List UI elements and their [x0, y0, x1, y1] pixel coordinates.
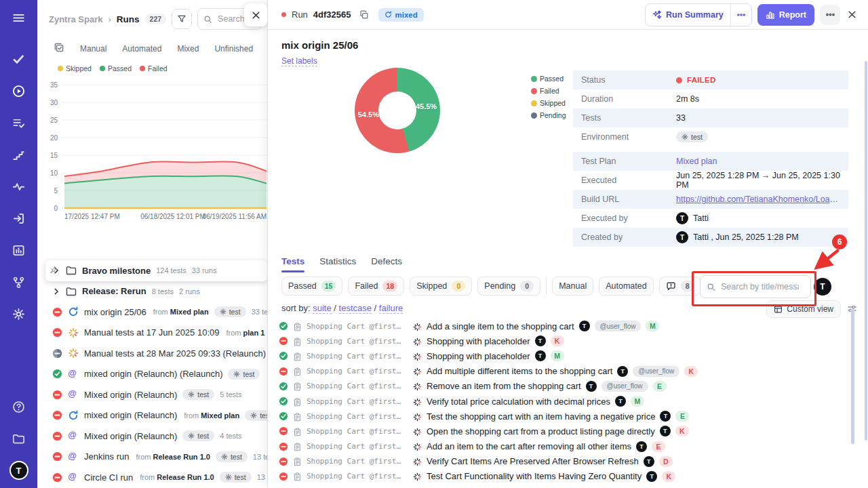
clipboard-icon: [293, 428, 302, 436]
test-row[interactable]: Shopping Cart @first…Add an item to the …: [279, 439, 852, 454]
filter-chip-comment-alert[interactable]: 8: [659, 277, 701, 296]
test-title: Test Cart Functionality with Items Havin…: [427, 471, 642, 481]
run-summary-button[interactable]: Run Summary: [646, 4, 730, 26]
user-avatar: T: [644, 456, 654, 467]
svg-text:0: 0: [54, 205, 58, 212]
sort-by-suite[interactable]: suite: [313, 303, 331, 314]
filter-chip-manual[interactable]: Manual: [552, 277, 593, 296]
test-row[interactable]: Shopping Cart @first…Verify total price …: [279, 394, 852, 409]
panel-close-button[interactable]: [244, 3, 267, 26]
test-row[interactable]: Shopping Cart @first…Add a single item t…: [279, 319, 852, 333]
panel-scrollbar[interactable]: [865, 61, 867, 441]
sidebar-item-settings[interactable]: [9, 304, 28, 323]
report-button[interactable]: Report: [757, 4, 814, 26]
gear-icon: [233, 371, 240, 378]
detail-value: 33: [676, 113, 686, 123]
sidebar-item-runs-play[interactable]: [9, 81, 28, 100]
filter-chip-skipped[interactable]: Skipped0: [410, 277, 472, 296]
sort-by-testcase[interactable]: testcase: [339, 303, 372, 314]
owner-chip: K: [551, 336, 564, 346]
user-avatar: T: [660, 426, 671, 436]
run-row[interactable]: @Mixed origin (Relaunch)test5 tests: [37, 384, 267, 405]
chevron-right-icon[interactable]: [52, 287, 60, 296]
donut-legend-pending: Pending: [531, 111, 566, 119]
run-row[interactable]: Manual tests at 28 Mar 2025 09:33 (Relau…: [37, 343, 267, 364]
runs-tab-unfinished[interactable]: Unfinished: [214, 44, 253, 54]
sidebar-item-projects[interactable]: [9, 429, 28, 448]
more-actions-button[interactable]: [820, 5, 840, 25]
owner-chip: E: [653, 381, 667, 392]
detail-value: TTatti: [676, 212, 709, 224]
milestone-count: 33 runs: [192, 266, 217, 274]
environment-chip: test: [220, 472, 252, 483]
filter-chip-pending[interactable]: Pending0: [477, 277, 540, 296]
runs-tab-mixed[interactable]: Mixed: [177, 44, 199, 54]
filter-button[interactable]: [172, 9, 192, 29]
runs-tab-automated[interactable]: Automated: [122, 44, 161, 54]
status-failed-icon: [52, 327, 62, 338]
run-row[interactable]: @Mixed origin (Relaunch)test4 tests: [37, 426, 267, 447]
filter-chip-automated[interactable]: Automated: [599, 277, 653, 296]
copy-run-id-button[interactable]: [359, 10, 369, 20]
run-summary-more-button[interactable]: [731, 4, 751, 26]
at-icon: @: [68, 451, 79, 462]
test-row[interactable]: Shopping Cart @first…Shopping with place…: [279, 333, 852, 348]
sidebar-item-steps[interactable]: [9, 145, 28, 164]
tab-tests[interactable]: Tests: [281, 256, 304, 266]
run-row[interactable]: mix origin 25/06from Mixed plantest33 te…: [37, 302, 267, 323]
breadcrumb-runs[interactable]: Runs: [117, 14, 140, 24]
build-url-link[interactable]: https://github.com/TetianaKhomenko/Load-…: [676, 195, 840, 204]
test-row[interactable]: Shopping Cart @first…Test the shopping c…: [279, 409, 852, 424]
sidebar-item-sign-in[interactable]: [9, 209, 28, 228]
tests-scrollbar[interactable]: [851, 308, 854, 444]
run-row[interactable]: Manual tests at 17 Jun 2025 10:09from pl…: [37, 323, 267, 344]
status-failed-icon: [279, 472, 288, 481]
sidebar-item-help[interactable]: [9, 397, 28, 416]
test-row[interactable]: Shopping Cart @first…Add multiple differ…: [279, 364, 852, 379]
tab-defects[interactable]: Defects: [371, 256, 402, 266]
custom-view-button[interactable]: Custom view: [766, 300, 841, 318]
set-labels-link[interactable]: Set labels: [281, 56, 317, 66]
close-run-button[interactable]: [846, 9, 859, 20]
run-row[interactable]: @Circle CI runfrom Release Run 1.0test13…: [37, 467, 267, 488]
tests-search-input[interactable]: [719, 281, 800, 292]
run-row[interactable]: @Jenkins runfrom Release Run 1.0test13 t…: [37, 447, 267, 468]
tests-list: Shopping Cart @first…Add a single item t…: [279, 319, 852, 484]
select-all-icon-button[interactable]: [54, 42, 64, 55]
comment-alert-icon: [666, 281, 676, 291]
runs-tab-manual[interactable]: Manual: [80, 44, 106, 54]
list-check-icon: [12, 117, 25, 129]
runs-trend-area-chart: 0510152025303517/2025 12:47 PM06/18/2025…: [37, 73, 268, 228]
tests-search-box[interactable]: [700, 275, 811, 298]
select-all-icon: [54, 42, 64, 53]
test-row[interactable]: Shopping Cart @first…Remove an item from…: [279, 379, 852, 394]
sort-by-failure[interactable]: failure: [379, 303, 403, 314]
run-name: Manual tests at 17 Jun 2025 10:09: [84, 327, 219, 338]
test-row[interactable]: Shopping Cart @first…Test Cart Functiona…: [279, 469, 852, 484]
test-row[interactable]: Shopping Cart @first…Open the shopping c…: [279, 424, 852, 439]
owner-chip: M: [646, 321, 659, 331]
test-title: Shopping with placeholder: [427, 336, 530, 346]
test-row[interactable]: Shopping Cart @first…Verify Cart Items A…: [279, 454, 852, 469]
tab-statistics[interactable]: Statistics: [319, 256, 356, 266]
svg-text:06/18/2025 12:01 PM: 06/18/2025 12:01 PM: [140, 213, 205, 220]
menu-button[interactable]: [9, 8, 28, 27]
sidebar-item-list-check[interactable]: [9, 113, 28, 132]
filter-chip-failed[interactable]: Failed18: [348, 277, 404, 296]
breadcrumb-project[interactable]: Zyntra Spark: [49, 14, 102, 24]
clipboard-icon: [293, 367, 302, 376]
filter-chip-passed[interactable]: Passed15: [281, 277, 342, 296]
milestone-row[interactable]: Release: Rerun8 tests2 runs: [37, 281, 267, 302]
milestone-row[interactable]: Bravo milestone124 tests33 runs: [45, 260, 267, 281]
user-avatar[interactable]: T: [814, 278, 831, 296]
sidebar-item-check[interactable]: [9, 49, 28, 68]
gear-icon: [188, 432, 195, 439]
run-row[interactable]: @mixed origin (Relaunch) (Relaunch)test: [37, 364, 267, 385]
sidebar-item-branch[interactable]: [9, 272, 28, 291]
test-row[interactable]: Shopping Cart @first…Shopping with place…: [279, 348, 852, 363]
test-plan-link[interactable]: Mixed plan: [676, 157, 717, 166]
sidebar-item-activity[interactable]: [9, 177, 28, 196]
run-row[interactable]: mixed origin (Relaunch)from Mixed plante…: [37, 405, 267, 426]
sidebar-item-bar-chart[interactable]: [9, 241, 28, 260]
user-avatar[interactable]: T: [9, 461, 28, 480]
